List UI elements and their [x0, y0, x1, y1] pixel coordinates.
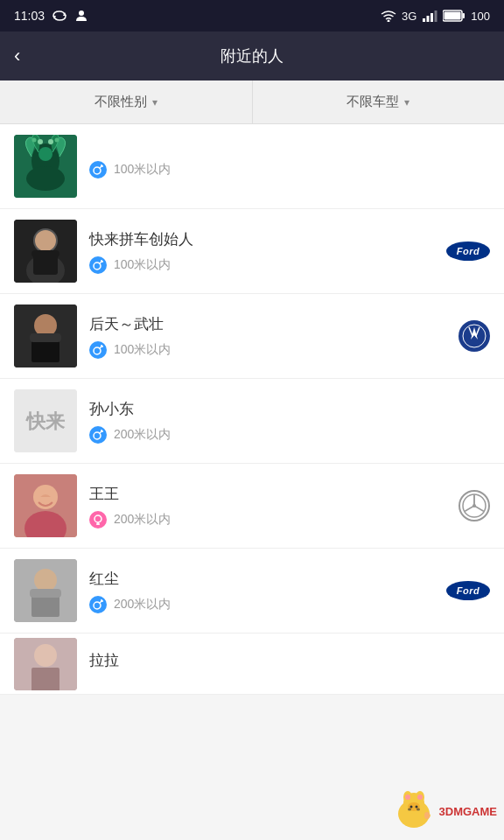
item-info: 100米以内 [77, 154, 490, 178]
car-filter-label: 不限车型 [346, 94, 399, 110]
svg-point-44 [94, 432, 101, 439]
svg-point-14 [26, 166, 65, 191]
svg-point-57 [34, 569, 57, 592]
svg-rect-66 [32, 668, 60, 690]
watermark: 3DMGAME [392, 789, 497, 833]
avatar [14, 559, 77, 622]
gender-filter-label: 不限性别 [94, 94, 147, 110]
svg-rect-4 [423, 18, 425, 22]
signal-icon [422, 10, 438, 22]
list-item[interactable]: 拉拉 [0, 634, 504, 695]
car-filter[interactable]: 不限车型 ▾ [253, 80, 505, 123]
item-meta: 100米以内 [89, 341, 490, 359]
distance: 200米以内 [114, 512, 171, 528]
svg-rect-6 [430, 13, 433, 22]
svg-point-75 [415, 806, 417, 808]
svg-rect-36 [30, 333, 61, 342]
gender-female-icon [89, 511, 107, 528]
item-meta: 200米以内 [89, 596, 490, 613]
svg-point-55 [472, 504, 476, 508]
avatar [14, 474, 77, 537]
watermark-label: 3DMGAME [439, 805, 497, 818]
avatar [14, 304, 77, 368]
svg-point-77 [416, 808, 420, 811]
svg-point-16 [48, 139, 53, 144]
gender-male-icon [89, 341, 107, 359]
avatar: 快来 [14, 389, 77, 452]
svg-point-17 [32, 138, 37, 143]
svg-point-26 [35, 230, 56, 251]
network-type: 3G [402, 10, 416, 23]
svg-point-51 [94, 515, 102, 522]
item-meta: 200米以内 [89, 511, 490, 528]
avatar [14, 220, 77, 283]
car-chevron-icon: ▾ [404, 96, 410, 108]
distance: 200米以内 [114, 597, 171, 612]
list-item[interactable]: 100米以内 [0, 124, 504, 209]
mercedes-badge [458, 490, 490, 522]
back-button[interactable]: ‹ [14, 45, 20, 67]
gender-male-icon [89, 426, 107, 444]
item-meta: 100米以内 [89, 161, 490, 178]
status-right: 3G 100 [381, 10, 490, 23]
sync-icon [52, 10, 67, 22]
pig-watermark-icon [392, 789, 436, 833]
item-info: 后天～武壮 100米以内 [77, 314, 490, 359]
item-info: 王王 200米以内 [77, 484, 490, 528]
item-info: 红尘 200米以内 [77, 569, 490, 613]
svg-rect-28 [32, 250, 60, 257]
item-meta: 200米以内 [89, 426, 490, 444]
item-name: 拉拉 [89, 650, 490, 670]
svg-rect-10 [444, 12, 461, 20]
header: ‹ 附近的人 [0, 32, 504, 80]
battery-level: 100 [471, 10, 490, 23]
list-item[interactable]: 快来拼车创始人 100米以内 Ford [0, 209, 504, 294]
item-name: 孙小东 [89, 399, 490, 419]
distance: 100米以内 [114, 257, 171, 273]
wifi-icon [381, 10, 396, 22]
status-bar: 11:03 3G 100 [0, 0, 504, 32]
gender-male-icon [89, 256, 107, 274]
gender-filter[interactable]: 不限性别 ▾ [0, 80, 253, 123]
svg-point-18 [55, 138, 60, 143]
avatar [14, 135, 77, 198]
car-logo-ford: Ford [446, 242, 490, 261]
list-item[interactable]: 快来 孙小东 200米以内 [0, 379, 504, 464]
svg-point-19 [94, 167, 101, 174]
item-name: 后天～武壮 [89, 314, 490, 334]
list-item[interactable]: 王王 200米以内 [0, 464, 504, 549]
svg-point-78 [424, 812, 430, 819]
page-title: 附近的人 [220, 46, 284, 66]
item-name: 快来拼车创始人 [89, 229, 490, 249]
svg-point-71 [405, 794, 410, 800]
status-left: 11:03 [14, 9, 88, 23]
list-item[interactable]: 红尘 200米以内 Ford [0, 549, 504, 634]
svg-point-13 [38, 147, 52, 161]
avatar [14, 638, 77, 690]
gender-male-icon [89, 596, 107, 613]
item-info: 拉拉 [77, 650, 490, 677]
svg-point-15 [38, 139, 43, 144]
car-logo-mercedes [458, 490, 490, 522]
item-name: 王王 [89, 484, 490, 504]
battery-icon [443, 10, 466, 22]
distance: 100米以内 [114, 162, 171, 178]
svg-point-29 [94, 262, 101, 270]
item-meta: 100米以内 [89, 256, 490, 274]
user-list: 100米以内 快来拼车创始人 [0, 124, 504, 695]
svg-rect-9 [463, 13, 466, 18]
item-info: 快来拼车创始人 100米以内 [77, 229, 490, 274]
svg-point-60 [94, 602, 101, 609]
ford-badge: Ford [446, 581, 490, 600]
svg-point-37 [94, 347, 101, 354]
ford-badge: Ford [446, 242, 490, 261]
svg-point-2 [79, 10, 84, 16]
svg-point-76 [408, 808, 411, 811]
svg-rect-7 [435, 10, 438, 22]
svg-rect-5 [427, 16, 430, 22]
list-item[interactable]: 后天～武壮 100米以内 [0, 294, 504, 379]
car-logo-ford2: Ford [446, 581, 490, 600]
svg-text:快来: 快来 [25, 410, 66, 432]
gender-chevron-icon: ▾ [152, 96, 158, 108]
svg-point-65 [34, 644, 57, 667]
